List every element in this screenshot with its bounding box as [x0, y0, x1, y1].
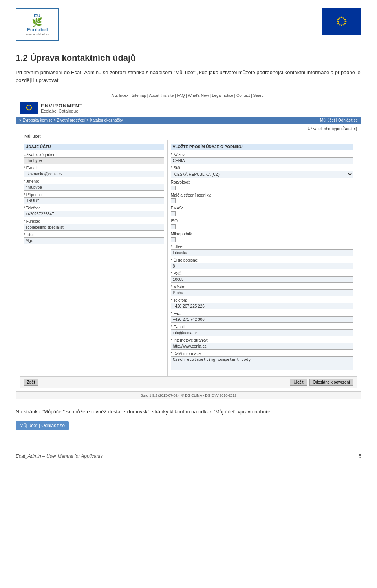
sme-checkbox[interactable] — [171, 198, 176, 203]
email-field: * E-mail: — [24, 166, 164, 177]
form-col-left: ÚDAJE ÚČTU Uživatelské jméno: * E-mail: … — [20, 140, 168, 376]
title-input[interactable] — [24, 237, 164, 244]
firstname-input[interactable] — [24, 184, 164, 191]
city-field: * Město: — [171, 285, 353, 296]
screenshot-content: Uživatel: nhrubype (Žadatel) Můj účet ÚD… — [16, 124, 361, 391]
company-phone-input[interactable] — [171, 303, 353, 309]
country-field: * Stát: ČESKÁ REPUBLIKA (CZ) — [171, 166, 353, 178]
lastname-input[interactable] — [24, 197, 164, 204]
zip-input[interactable] — [171, 276, 353, 283]
right-col-header: VLOŽTE PROSÍM ÚDAJE O PODNIKU. — [171, 144, 353, 150]
phone-field: * Telefon: — [24, 206, 164, 217]
email-input[interactable] — [24, 171, 164, 177]
country-label: * Stát: — [171, 166, 353, 170]
additional-info-label: * Další informace: — [171, 351, 353, 356]
company-name-input[interactable] — [171, 157, 353, 164]
company-name-label: * Název: — [171, 153, 353, 157]
breadcrumb-text: > Evropská komise > Životní prostředí > … — [19, 118, 123, 122]
micro-field: Mikropodnik — [171, 232, 353, 243]
topnav-links: A-Z Index | Sitemap | About this site | … — [112, 93, 266, 98]
form-actions: Zpět Uložit Odesláno k potvrzení — [20, 376, 357, 388]
company-email-field: * E-mail: — [171, 325, 353, 336]
screenshot-topnav: A-Z Index | Sitemap | About this site | … — [16, 92, 361, 99]
street-field: * Ulice: — [171, 245, 353, 256]
username-field: Uživatelské jméno: — [24, 153, 164, 164]
ec-environment-label: ENVIRONMENT — [41, 103, 83, 109]
left-col-header: ÚDAJE ÚČTU — [24, 144, 164, 150]
zip-label: * PSČ: — [171, 271, 353, 276]
screenshot-footer: Build 1.9.2 (2013-07-02) | © DG CLIMA - … — [16, 391, 361, 399]
eu-flag-logo — [322, 8, 361, 35]
eu-flag-stars-icon — [330, 14, 353, 29]
website-label: * Internetové stránky: — [171, 338, 353, 342]
footer-left-text: Ecat_Admin – User Manual for Applicants — [16, 453, 103, 459]
ecolabel-logo: EU 🌿 Ecolabel www.ecolabel.eu — [16, 8, 59, 41]
iso-checkbox[interactable] — [171, 224, 176, 229]
title-field: * Titul: — [24, 233, 164, 244]
city-label: * Město: — [171, 285, 353, 289]
email-label: * E-mail: — [24, 166, 164, 170]
firstname-label: * Jméno: — [24, 179, 164, 184]
sme-field: Malé a střední podniky: — [171, 193, 353, 204]
screenshot-frame: A-Z Index | Sitemap | About this site | … — [16, 92, 361, 399]
ec-text-area: ENVIRONMENT Ecolabel Catalogue — [41, 103, 83, 113]
svg-rect-0 — [330, 14, 353, 29]
company-phone-label: * Telefon: — [171, 298, 353, 302]
iso-label: ISO: — [171, 219, 353, 223]
username-input[interactable] — [24, 157, 164, 164]
additional-info-field: * Další informace: Czech ecolabelling co… — [171, 351, 353, 371]
role-label: * Funkce: — [24, 219, 164, 224]
ecolabel-brand-text: Ecolabel — [27, 27, 48, 33]
save-button[interactable]: Uložit — [290, 379, 307, 386]
zip-field: * PSČ: — [171, 271, 353, 283]
emas-label: EMAS: — [171, 206, 353, 210]
sme-label: Malé a střední podniky: — [171, 193, 353, 197]
street-num-label: * Číslo popisné: — [171, 258, 353, 262]
street-num-input[interactable] — [171, 263, 353, 269]
website-input[interactable] — [171, 343, 353, 350]
ec-flag-icon — [20, 102, 38, 114]
breadcrumb-right[interactable]: Můj účet | Odhlásit se — [320, 118, 358, 122]
ec-catalogue-label: Ecolabel Catalogue — [41, 109, 83, 113]
iso-field: ISO: — [171, 219, 353, 230]
ecolabel-url-text: www.ecolabel.eu — [26, 33, 49, 36]
user-greeting: Uživatel: nhrubype (Žadatel) — [20, 127, 357, 131]
micro-checkbox[interactable] — [171, 237, 176, 242]
emas-field: EMAS: — [171, 206, 353, 217]
ecolabel-leaf-icon: 🌿 — [32, 18, 42, 27]
lastname-field: * Příjmení: — [24, 193, 164, 204]
breadcrumb-bar: > Evropská komise > Životní prostředí > … — [16, 117, 361, 124]
street-input[interactable] — [171, 249, 353, 256]
below-screenshot-text: Na stránku "Můj účet" se můžete rovněž d… — [16, 408, 361, 416]
form-col-right: VLOŽTE PROSÍM ÚDAJE O PODNIKU. * Název: … — [168, 140, 357, 376]
company-phone-field: * Telefon: — [171, 298, 353, 309]
footer-right-text: 6 — [358, 453, 361, 459]
lastname-label: * Příjmení: — [24, 193, 164, 197]
emas-checkbox[interactable] — [171, 211, 176, 216]
username-label: Uživatelské jméno: — [24, 153, 164, 157]
link-bar[interactable]: Můj účet | Odhlásit se — [16, 421, 69, 430]
ec-header: ENVIRONMENT Ecolabel Catalogue — [16, 99, 361, 117]
title-label: * Titul: — [24, 233, 164, 237]
page-footer: Ecat_Admin – User Manual for Applicants … — [16, 450, 361, 459]
send-button[interactable]: Odesláno k potvrzení — [309, 379, 354, 386]
developing-checkbox[interactable] — [171, 186, 176, 190]
page-title-section: 1.2 Úprava kontaktních údajů Při prvním … — [16, 53, 361, 84]
back-button[interactable]: Zpět — [24, 379, 38, 386]
fax-input[interactable] — [171, 316, 353, 323]
country-select[interactable]: ČESKÁ REPUBLIKA (CZ) — [171, 171, 353, 178]
website-field: * Internetové stránky: — [171, 338, 353, 350]
role-input[interactable] — [24, 224, 164, 231]
link-bar-text[interactable]: Můj účet | Odhlásit se — [20, 423, 65, 428]
city-input[interactable] — [171, 289, 353, 296]
micro-label: Mikropodnik — [171, 232, 353, 236]
phone-label: * Telefon: — [24, 206, 164, 210]
street-label: * Ulice: — [171, 245, 353, 249]
page-title: 1.2 Úprava kontaktních údajů — [16, 53, 361, 63]
additional-info-textarea[interactable]: Czech ecolabelling competent body — [171, 356, 353, 370]
account-tab[interactable]: Můj účet — [20, 133, 45, 139]
fax-field: * Fax: — [171, 311, 353, 323]
company-email-input[interactable] — [171, 329, 353, 336]
phone-input[interactable] — [24, 211, 164, 217]
role-field: * Funkce: — [24, 219, 164, 231]
